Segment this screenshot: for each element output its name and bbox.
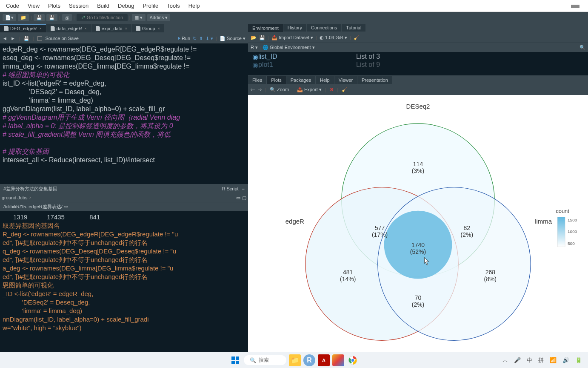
svg-rect-2 — [231, 361, 235, 364]
menu-tools[interactable]: Tools — [163, 1, 184, 11]
console-output[interactable]: 1319 17435 841 取差异基因的基因名 R_deg <- rownam… — [0, 211, 248, 352]
minimize-pane-icon[interactable]: ▭ — [236, 195, 240, 201]
windows-taskbar: 🔍搜索 📁 R A ︿ 🎤 中 拼 📶 🔊 🔋 — [0, 352, 588, 368]
clear-plots-icon[interactable]: 🧹 — [342, 87, 348, 92]
file-type-label[interactable]: R Script — [222, 186, 238, 191]
ime-lang[interactable]: 中 — [527, 356, 532, 364]
tab-background-jobs[interactable]: ground Jobs — [2, 195, 28, 200]
explorer-icon[interactable]: 📁 — [289, 354, 301, 366]
tab-tutorial[interactable]: Tutorial — [342, 24, 365, 32]
tab-files[interactable]: Files — [248, 76, 266, 84]
source-on-save-checkbox[interactable] — [37, 36, 42, 41]
maximize-pane-icon[interactable]: ▢ — [242, 195, 246, 201]
working-dir-label[interactable]: /bilibiliR/15. edgeR差异表达/ — [3, 204, 63, 210]
search-icon[interactable]: 🔍 — [579, 45, 585, 50]
back-icon[interactable]: ◄ — [3, 36, 7, 41]
close-icon[interactable]: × — [85, 26, 87, 31]
editor-tab-bar: DEG_edgeR× data_edgeR× expr_data× Group× — [0, 23, 248, 33]
file-icon — [136, 26, 140, 31]
tab-data-edger[interactable]: data_edgeR× — [46, 24, 91, 32]
menu-debug[interactable]: Debug — [114, 1, 138, 11]
r-scope-dropdown[interactable]: R ▾ — [251, 45, 258, 50]
tab-connections[interactable]: Connections — [307, 24, 341, 32]
menu-profile[interactable]: Profile — [138, 1, 163, 11]
open-file-icon[interactable]: 📁 — [18, 14, 29, 21]
main-toolbar: 📄▾ 📁 | 💾 💾 | 🖨 | ⎇ Go to file/function |… — [0, 12, 588, 23]
source-button[interactable]: 📄 Source ▾ — [220, 36, 245, 41]
tab-history[interactable]: History — [283, 24, 306, 32]
menu-view[interactable]: View — [23, 1, 44, 11]
tab-expr-data[interactable]: expr_data× — [91, 24, 131, 32]
code-editor[interactable]: edgeR_deg <- rownames(DEG_edgeR[DEG_edge… — [0, 43, 248, 184]
env-tab-bar: Environment History Connections Tutorial — [248, 23, 588, 32]
menu-plots[interactable]: Plots — [44, 1, 65, 11]
tab-help[interactable]: Help — [316, 76, 334, 84]
source-down-icon[interactable]: ⬇ ▾ — [206, 36, 213, 41]
import-dataset-button[interactable]: 📥 Import Dataset ▾ — [271, 35, 313, 40]
env-scope-bar: R ▾ | 🌐 Global Environment ▾ 🔍 — [248, 43, 588, 52]
app-icon[interactable] — [332, 354, 344, 366]
global-env-dropdown[interactable]: 🌐 Global Environment ▾ — [263, 45, 315, 50]
env-item-list-id[interactable]: ◉list_IDList of 3 — [252, 53, 584, 61]
section-label[interactable]: #差异分析方法的交集基因 — [3, 186, 57, 192]
zoom-button[interactable]: 🔍 Zoom — [270, 87, 289, 92]
export-button[interactable]: 📤 Export ▾ — [297, 87, 322, 92]
legend-gradient — [557, 217, 565, 247]
prev-plot-icon[interactable]: ⇦ — [251, 87, 254, 92]
new-file-icon[interactable]: 📄▾ — [3, 14, 16, 21]
rstudio-icon[interactable]: R — [303, 354, 315, 366]
taskbar-search[interactable]: 🔍搜索 — [244, 355, 286, 365]
chevron-icon[interactable]: ⇨ — [64, 204, 68, 210]
tray-chevron-icon[interactable]: ︿ — [502, 356, 508, 364]
adobe-icon[interactable]: A — [318, 354, 330, 366]
rerun-icon[interactable]: ↻ — [193, 36, 197, 41]
system-tray: ︿ 🎤 中 拼 📶 🔊 🔋 — [502, 356, 582, 364]
close-icon[interactable]: × — [125, 26, 127, 31]
forward-icon[interactable]: ► — [11, 36, 15, 41]
save-icon[interactable]: 💾 — [23, 36, 29, 41]
microphone-icon[interactable]: 🎤 — [514, 357, 521, 363]
load-icon[interactable]: 📂 — [251, 35, 257, 40]
close-icon[interactable]: × — [29, 196, 31, 200]
close-icon[interactable]: × — [39, 26, 41, 31]
svg-point-6 — [351, 359, 354, 362]
menu-code[interactable]: Code — [2, 1, 23, 11]
goto-file-input[interactable]: ⎇ Go to file/function — [77, 14, 128, 21]
window-minimize-icon[interactable] — [567, 2, 584, 11]
wifi-icon[interactable]: 📶 — [550, 357, 557, 363]
legend-tick: 1500 — [568, 217, 577, 222]
grid-icon[interactable]: ▦ ▾ — [132, 14, 145, 21]
tab-presentation[interactable]: Presentation — [357, 76, 392, 84]
environment-list[interactable]: ◉list_IDList of 3 ◉plot1List of 9 — [248, 52, 588, 75]
plot-toolbar: ⇦ ⇨ | 🔍 Zoom | 📤 Export ▾ | ✖ | 🧹 — [248, 85, 588, 95]
broom-icon[interactable]: 🧹 — [354, 35, 360, 40]
print-icon[interactable]: 🖨 — [62, 14, 72, 21]
save-icon[interactable]: 💾 — [34, 14, 45, 21]
tab-packages[interactable]: Packages — [286, 76, 315, 84]
env-item-plot1[interactable]: ◉plot1List of 9 — [252, 61, 584, 69]
ime-mode[interactable]: 拼 — [538, 356, 544, 364]
menu-build[interactable]: Build — [93, 1, 114, 11]
close-icon[interactable]: × — [158, 26, 160, 31]
tab-viewer[interactable]: Viewer — [334, 76, 357, 84]
file-icon — [51, 26, 55, 31]
tab-deg-edger[interactable]: DEG_edgeR× — [0, 24, 46, 32]
tab-environment[interactable]: Environment — [248, 24, 283, 32]
menu-help[interactable]: Help — [184, 1, 204, 11]
remove-plot-icon[interactable]: ✖ — [330, 87, 334, 92]
save-icon[interactable]: 💾 — [259, 35, 265, 40]
memory-indicator[interactable]: ◐ 1.04 GiB ▾ — [320, 35, 347, 40]
source-up-icon[interactable]: ⬆ — [199, 36, 203, 41]
menu-session[interactable]: Session — [65, 1, 93, 11]
tab-group[interactable]: Group× — [132, 24, 164, 32]
next-plot-icon[interactable]: ⇨ — [258, 87, 262, 92]
battery-icon[interactable]: 🔋 — [575, 357, 582, 363]
tab-plots[interactable]: Plots — [267, 76, 285, 84]
start-button[interactable] — [229, 354, 241, 366]
volume-icon[interactable]: 🔊 — [562, 357, 569, 363]
label-edger: edgeR — [285, 217, 304, 224]
chrome-icon[interactable] — [347, 354, 359, 366]
addins-dropdown[interactable]: Addins ▾ — [147, 14, 171, 21]
save-all-icon[interactable]: 💾 — [46, 14, 57, 21]
run-button[interactable]: Run — [178, 36, 190, 41]
